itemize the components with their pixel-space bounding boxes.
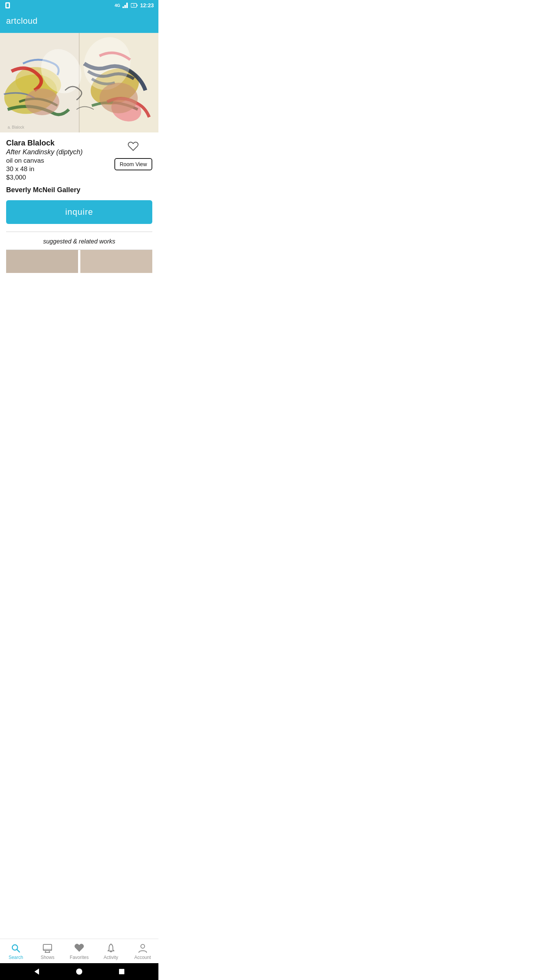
related-divider <box>79 250 80 273</box>
suggested-section: suggested & related works <box>0 232 158 273</box>
heart-icon <box>128 142 139 152</box>
svg-marker-2 <box>122 7 124 8</box>
app-title: artcloud <box>6 16 37 26</box>
svg-rect-6 <box>137 5 138 6</box>
artwork-medium: oil on canvas <box>6 157 110 165</box>
suggested-title: suggested & related works <box>6 238 152 245</box>
svg-marker-3 <box>124 5 126 8</box>
inquire-button[interactable]: inquire <box>6 200 152 224</box>
favorite-button[interactable] <box>126 140 140 154</box>
svg-marker-4 <box>126 3 128 8</box>
related-work-1[interactable] <box>6 250 78 273</box>
related-work-2[interactable] <box>80 250 152 273</box>
artwork-price: $3,000 <box>6 174 110 181</box>
room-view-button[interactable]: Room View <box>114 158 152 170</box>
artwork-info: Clara Blalock After Kandinsky (diptych) … <box>0 132 158 186</box>
status-right: 4G 12:23 <box>115 2 154 8</box>
artwork-actions: Room View <box>114 139 152 170</box>
artwork-image: a. Blalock <box>0 33 158 132</box>
status-time: 12:23 <box>140 2 154 8</box>
signal-icon <box>122 3 129 8</box>
svg-point-19 <box>99 83 138 113</box>
gallery-name: Beverly McNeil Gallery <box>0 186 158 194</box>
sim-icon <box>5 2 11 8</box>
svg-rect-1 <box>7 3 9 7</box>
artwork-image-container: a. Blalock <box>0 33 158 132</box>
svg-marker-7 <box>133 4 135 7</box>
status-left <box>5 2 112 8</box>
main-content: a. Blalock Clara Blalock After Kandinsky… <box>0 33 158 273</box>
svg-point-18 <box>25 88 59 115</box>
artwork-title: After Kandinsky (diptych) <box>6 148 110 156</box>
network-type: 4G <box>115 3 121 8</box>
svg-text:a. Blalock: a. Blalock <box>8 125 24 129</box>
artwork-details: Clara Blalock After Kandinsky (diptych) … <box>6 139 110 186</box>
status-bar: 4G 12:23 <box>0 0 158 11</box>
app-header: artcloud <box>0 11 158 33</box>
battery-icon <box>131 3 138 8</box>
related-works-preview <box>6 250 152 273</box>
artwork-dimensions: 30 x 48 in <box>6 165 110 173</box>
artist-name: Clara Blalock <box>6 139 110 147</box>
